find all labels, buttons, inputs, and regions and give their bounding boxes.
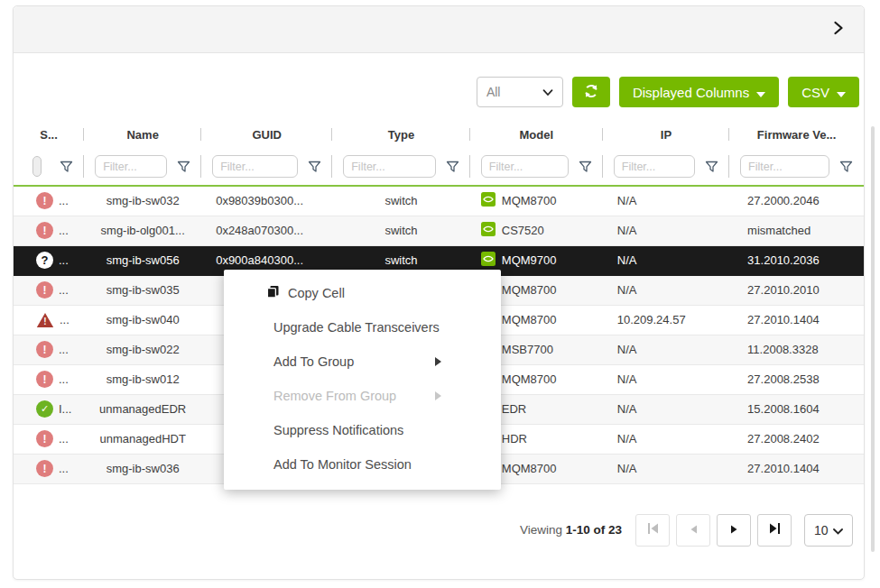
filter-cell-name [84,148,201,186]
first-page-button[interactable] [635,514,670,547]
cell-severity: !... [14,275,84,305]
column-header-type[interactable]: Type [332,121,470,148]
viewing-range: 1-10 of 23 [566,523,622,537]
cell-model: CS7520 [470,216,603,245]
filter-scope-select[interactable]: All [477,77,563,107]
filter-input-name[interactable] [95,155,167,178]
submenu-arrow-icon [435,357,441,366]
filter-input-guid[interactable] [212,155,298,178]
cell-name: smg-ib-sw036 [84,454,201,483]
severity-text: ... [59,283,69,297]
column-header-model[interactable]: Model [470,121,603,148]
menu-item-label: Remove From Group [273,389,396,403]
error-icon: ! [36,341,53,358]
next-page-button[interactable] [717,514,751,547]
table-row[interactable]: !...smg-ib-sw0320x98039b0300...switchMQM… [14,186,864,216]
column-header-ip[interactable]: IP [603,121,729,148]
filter-funnel-icon[interactable] [829,161,853,173]
cell-ip: N/A [603,245,729,275]
menu-item-copy-cell[interactable]: Copy Cell [224,276,501,310]
cell-name: smg-ib-sw040 [84,305,201,335]
filter-input-model[interactable] [481,155,569,178]
vertical-scrollbar[interactable] [871,126,875,552]
collapse-panel-button[interactable] [833,21,844,38]
filter-cell-model [470,148,603,186]
column-header-name[interactable]: Name [84,121,201,148]
column-header-severity[interactable]: S... [14,121,84,148]
error-icon: ! [36,371,53,388]
cell-firmware: mismatched [729,216,864,245]
cell-firmware: 27.2010.1404 [729,305,864,335]
menu-item-label: Add To Group [273,354,354,369]
cell-name: smg-ib-sw056 [84,245,201,275]
cell-severity: !... [14,454,84,483]
displayed-columns-button[interactable]: Displayed Columns [619,77,779,107]
table-row[interactable]: !...smg-ib-olg001...0x248a070300...switc… [14,216,864,245]
cell-severity: ✓I... [14,394,84,424]
filter-funnel-icon[interactable] [298,161,321,173]
table-toolbar: All Displayed Columns [14,77,859,107]
cell-firmware: 15.2008.1604 [729,394,864,424]
filter-funnel-icon[interactable] [50,161,73,173]
menu-item-upgrade-cable-transceivers[interactable]: Upgrade Cable Transceivers [224,310,501,345]
menu-item-label: Copy Cell [288,286,345,300]
page-size-select[interactable]: 10 [804,514,853,547]
warning-triangle-icon: ! [36,312,54,328]
severity-filter-pill[interactable] [32,156,42,177]
cell-name: unmanagedHDT [84,424,201,454]
page-size-value: 10 [814,523,829,537]
cell-type: switch [332,216,470,245]
csv-button[interactable]: CSV [788,77,859,107]
pagination: Viewing 1-10 of 23 [14,514,864,547]
cell-model: MQM8700 [470,186,603,216]
severity-text: ... [59,372,69,386]
previous-page-button[interactable] [676,514,710,547]
severity-text: ... [59,432,69,446]
cell-ip: N/A [603,186,729,216]
refresh-button[interactable] [572,77,610,107]
ok-check-icon: ✓ [36,400,53,418]
cell-firmware: 27.2010.1404 [729,454,864,483]
menu-item-suppress-notifications[interactable]: Suppress Notifications [224,413,501,447]
column-header-firmware[interactable]: Firmware Ve... [729,121,864,148]
viewing-label: Viewing 1-10 of 23 [520,523,622,537]
severity-text: ... [59,194,69,207]
filter-funnel-icon[interactable] [436,161,459,173]
nvidia-logo-icon [481,192,496,209]
csv-label: CSV [801,85,829,100]
filter-funnel-icon[interactable] [569,161,592,173]
filter-cell-guid [201,148,332,186]
cell-type: switch [332,186,470,216]
model-text: CS7520 [502,224,544,237]
severity-text: ... [59,224,69,237]
cell-ip: N/A [603,454,729,483]
displayed-columns-label: Displayed Columns [633,85,749,100]
chevron-down-icon [542,85,553,99]
cell-firmware: 27.2000.2046 [729,186,864,216]
filter-input-ip[interactable] [614,155,695,178]
error-icon: ! [36,192,53,209]
nvidia-logo-icon [481,252,496,269]
question-icon: ? [36,252,53,269]
filter-input-firmware[interactable] [740,155,829,178]
filter-input-type[interactable] [343,155,436,178]
model-text: MQM8700 [502,462,557,475]
skip-to-last-icon [769,523,781,537]
severity-text: I... [59,402,71,416]
cell-ip: 10.209.24.57 [603,305,729,335]
cell-severity: !... [14,364,84,394]
last-page-button[interactable] [757,514,792,547]
cell-guid: 0x98039b0300... [201,186,332,216]
menu-item-add-to-group[interactable]: Add To Group [224,345,501,379]
menu-item-add-to-monitor-session[interactable]: Add To Monitor Session [224,447,501,482]
model-text: MQM8700 [502,372,557,386]
filter-funnel-icon[interactable] [167,161,190,173]
cell-name: smg-ib-sw012 [84,364,201,394]
filter-funnel-icon[interactable] [695,161,718,173]
model-text: MQM8700 [502,313,557,326]
cell-ip: N/A [603,335,729,364]
cell-firmware: 27.2008.2538 [729,364,864,394]
column-header-guid[interactable]: GUID [201,121,332,148]
cell-severity: !... [14,424,84,454]
severity-text: ... [59,253,69,267]
